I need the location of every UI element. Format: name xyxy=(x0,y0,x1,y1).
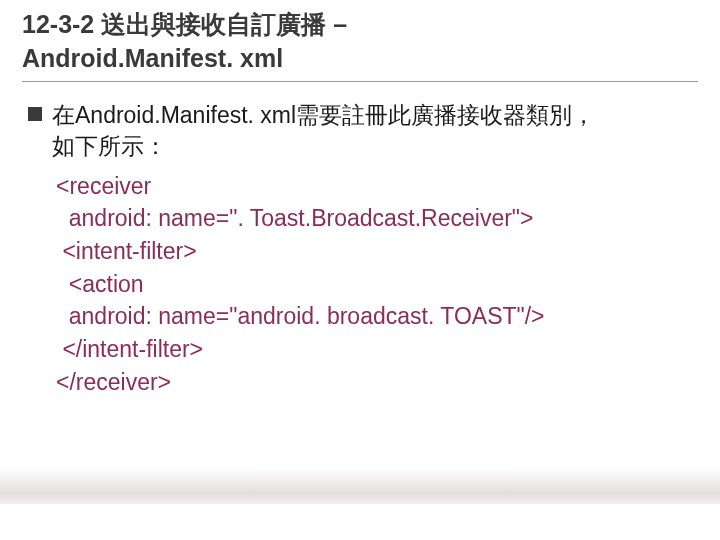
square-bullet-icon xyxy=(28,107,42,121)
code-line: </intent-filter> xyxy=(56,333,698,366)
code-block: <receiver android: name=". Toast.Broadca… xyxy=(56,170,698,399)
slide-title-block: 12-3-2 送出與接收自訂廣播 – Android.Manifest. xml xyxy=(22,8,698,82)
section-number: 12-3-2 xyxy=(22,10,94,38)
bottom-gradient-decoration xyxy=(0,460,720,540)
slide: 12-3-2 送出與接收自訂廣播 – Android.Manifest. xml… xyxy=(0,0,720,398)
bullet-text-line1: 在Android.Manifest. xml需要註冊此廣播接收器類別， xyxy=(52,100,595,131)
code-line: <intent-filter> xyxy=(56,235,698,268)
code-line: android: name=". Toast.Broadcast.Receive… xyxy=(56,202,698,235)
bullet-item: 在Android.Manifest. xml需要註冊此廣播接收器類別， xyxy=(28,100,698,131)
slide-body: 在Android.Manifest. xml需要註冊此廣播接收器類別， 如下所示… xyxy=(22,100,698,399)
code-line: </receiver> xyxy=(56,366,698,399)
code-line: <receiver xyxy=(56,170,698,203)
bullet-text-line2: 如下所示： xyxy=(52,131,698,162)
title-underline xyxy=(22,81,698,82)
code-line: <action xyxy=(56,268,698,301)
slide-title-line2: Android.Manifest. xml xyxy=(22,42,698,76)
title-text-1: 送出與接收自訂廣播 – xyxy=(101,10,347,38)
code-line: android: name="android. broadcast. TOAST… xyxy=(56,300,698,333)
slide-title-line1: 12-3-2 送出與接收自訂廣播 – xyxy=(22,8,698,42)
